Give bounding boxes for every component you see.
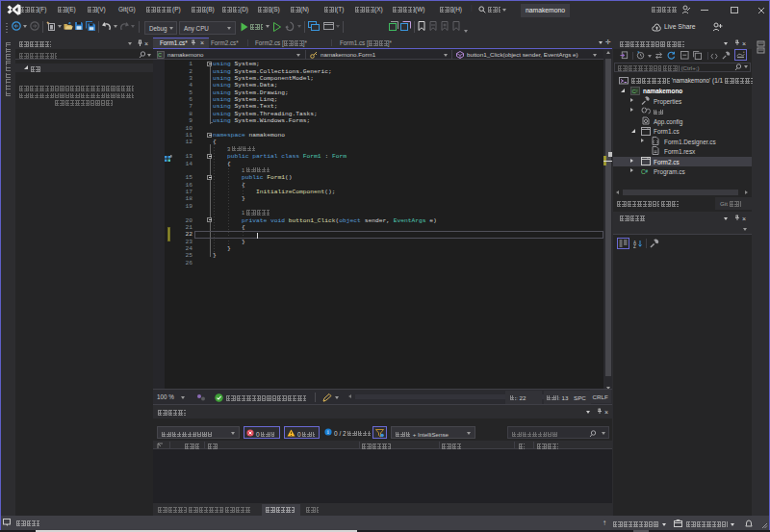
svg-text:#: # (646, 168, 649, 173)
svg-text:Z: Z (633, 244, 636, 248)
svg-text:C: C (158, 52, 162, 58)
